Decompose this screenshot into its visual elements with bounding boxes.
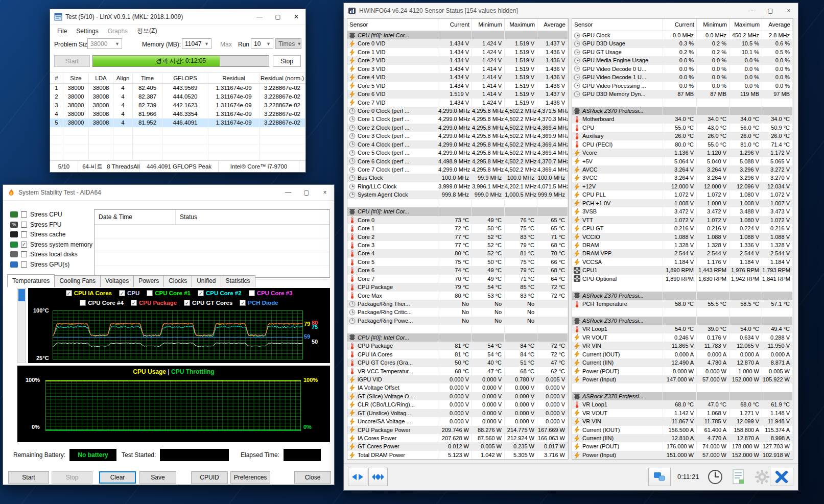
- sensor-row[interactable]: CPU Package79 °C54 °C85 °C72 °C: [347, 283, 568, 291]
- sensor-row[interactable]: Core 5 Clock (perf ...4,299.0 MHz4,295.8…: [347, 149, 568, 157]
- sensor-row[interactable]: Core 674 °C49 °C79 °C68 °C: [347, 266, 568, 274]
- sensor-row[interactable]: Power (POUT)176.000 W74.000 W178.000 W12…: [572, 442, 793, 450]
- sensor-row[interactable]: VR Loop168.0 °C47.0 °C68.0 °C61.9 °C: [572, 400, 793, 409]
- sensor-row[interactable]: Core 5 VID1.434 V1.414 V1.519 V1.436 V: [347, 82, 568, 90]
- linx-start-button[interactable]: Start: [54, 55, 90, 67]
- tab-powers[interactable]: Powers: [133, 275, 164, 287]
- tab-temperatures[interactable]: Temperatures: [7, 274, 55, 287]
- sensor-layout-button[interactable]: [648, 468, 671, 486]
- legend-checkbox[interactable]: [147, 290, 153, 296]
- sensor-row[interactable]: Core 6 Clock (perf ...4,498.9 MHz4,295.8…: [347, 157, 568, 165]
- linx-close-button[interactable]: ×: [287, 9, 305, 25]
- sensor-row[interactable]: Core 770 °C49 °C71 °C64 °C: [347, 275, 568, 283]
- stress-checkbox[interactable]: [21, 261, 27, 268]
- tab-unified[interactable]: Unified: [192, 275, 221, 287]
- linx-col-header[interactable]: Residual: [208, 73, 260, 83]
- sensor-row[interactable]: Auxiliary26.0 °C26.0 °C26.0 °C26.0 °C: [572, 132, 793, 140]
- sensor-row[interactable]: GPU Clock0.0 MHz0.0 MHz450.2 MHz2.8 MHz: [572, 31, 793, 39]
- sensor-row[interactable]: Core 1 VID1.434 V1.424 V1.519 V1.436 V: [347, 48, 568, 56]
- table-row[interactable]: 13800038008482.405443.95691.311674e-093.…: [50, 84, 305, 92]
- sensor-row[interactable]: Total DRAM Power5.123 W1.042 W5.305 W3.7…: [347, 451, 568, 459]
- sensor-row[interactable]: Core 4 VID1.434 V1.414 V1.519 V1.436 V: [347, 73, 568, 81]
- start-button[interactable]: Start: [8, 471, 49, 484]
- sensor-row[interactable]: GT (Slice) Voltage O...0.000 V0.000 V0.0…: [347, 392, 568, 400]
- sensor-row[interactable]: Core 073 °C49 °C76 °C65 °C: [347, 216, 568, 224]
- sensor-row[interactable]: VR Loop154.0 °C39.0 °C54.0 °C49.4 °C: [572, 325, 793, 333]
- sensor-row[interactable]: Core 2 VID1.434 V1.424 V1.519 V1.436 V: [347, 56, 568, 64]
- sensor-row[interactable]: Core 480 °C52 °C81 °C70 °C: [347, 249, 568, 257]
- log-col-status[interactable]: Status: [176, 210, 329, 224]
- nav-double-arrows-button[interactable]: [368, 468, 388, 486]
- sensor-row[interactable]: GPU D3D Usage0.3 %0.2 %10.5 %0.6 %: [572, 39, 793, 47]
- sensor-row[interactable]: CPU PLL1.072 V1.072 V1.080 V1.072 V: [572, 190, 793, 199]
- sensor-row[interactable]: Core 4 Clock (perf ...4,299.0 MHz4,295.8…: [347, 140, 568, 149]
- sensor-row[interactable]: System Agent Clock999.8 MHz999.0 MHz1,00…: [347, 190, 568, 199]
- sensor-row[interactable]: Core 377 °C52 °C79 °C68 °C: [347, 241, 568, 249]
- sensor-row[interactable]: Core 1 Clock (perf ...4,299.0 MHz4,295.8…: [347, 115, 568, 123]
- sensor-row[interactable]: Core 277 °C52 °C83 °C71 °C: [347, 233, 568, 241]
- legend-checkbox[interactable]: [249, 290, 255, 296]
- sensor-row[interactable]: CPU (PECI)80.0 °C55.0 °C81.0 °C71.4 °C: [572, 140, 793, 149]
- sensor-row[interactable]: Core 0 Clock (perf ...4,299.0 MHz4,295.8…: [347, 107, 568, 115]
- sensor-row[interactable]: 3VSB3.472 V3.472 V3.488 V3.473 V: [572, 207, 793, 215]
- sensor-row[interactable]: DRAM1.328 V1.328 V1.336 V1.328 V: [572, 241, 793, 249]
- table-row[interactable]: 43800038008481.966446.33541.311674e-093.…: [50, 110, 305, 118]
- sensor-row[interactable]: CPU Package Power209.746 W88.276 W214.77…: [347, 426, 568, 434]
- aida-minimize-button[interactable]: —: [279, 185, 297, 200]
- stress-checkbox[interactable]: [21, 211, 27, 218]
- sensor-row[interactable]: Current (IOUT)156.500 A61.400 A158.800 A…: [572, 426, 793, 434]
- sensor-row[interactable]: VR VIN11.867 V11.785 V12.099 V11.948 V: [572, 417, 793, 425]
- linx-minimize-button[interactable]: —: [250, 9, 269, 25]
- tab-voltages[interactable]: Voltages: [100, 275, 134, 287]
- sensor-row[interactable]: CLR (CBo/LLC/Ring)...0.000 V0.000 V0.000…: [347, 400, 568, 409]
- problem-size-combo[interactable]: 38000▼: [87, 38, 122, 49]
- linx-col-header[interactable]: Align: [113, 73, 133, 83]
- tab-statistics[interactable]: Statistics: [221, 275, 255, 287]
- sensor-row[interactable]: GPU Media Engine Usage0.0 %0.0 %0.0 %0.0…: [572, 56, 793, 64]
- stress-checkbox[interactable]: ✓: [21, 242, 27, 248]
- sensor-row[interactable]: Ring/LLC Clock3,999.0 MHz3,996.1 MHz4,20…: [347, 182, 568, 190]
- table-row[interactable]: 33800038008482.739442.16231.311674e-093.…: [50, 101, 305, 110]
- linx-menu-z[interactable]: 정보(Z): [133, 26, 161, 36]
- sensor-row[interactable]: PCH +1.0V1.008 V1.000 V1.008 V1.007 V: [572, 199, 793, 207]
- sensor-row[interactable]: VR VCC Temperatur...68 °C47 °C68 °C62 °C: [347, 367, 568, 375]
- stress-checkbox[interactable]: [21, 222, 27, 228]
- aida-maximize-button[interactable]: ▢: [297, 185, 316, 200]
- sensor-row[interactable]: DRAM VPP2.544 V2.544 V2.544 V2.544 V: [572, 249, 793, 257]
- sensor-row[interactable]: VR VOUT1.142 V1.068 V1.271 V1.148 V: [572, 409, 793, 417]
- legend-checkbox[interactable]: ✓: [198, 290, 204, 296]
- linx-menu-file[interactable]: File: [53, 27, 71, 36]
- sensor-row[interactable]: AVCC3.264 V3.264 V3.296 V3.272 V: [572, 165, 793, 174]
- sensor-row[interactable]: GPU D3D Memory Dyn...87 MB87 MB119 MB97 …: [572, 90, 793, 98]
- sensor-row[interactable]: IA Voltage Offset0.000 V0.000 V0.000 V0.…: [347, 383, 568, 392]
- sensor-row[interactable]: Current (IOUT)0.000 A0.000 A0.000 A0.000…: [572, 350, 793, 358]
- linx-col-header[interactable]: LDA: [89, 73, 113, 83]
- sensor-row[interactable]: Package/Ring Ther...NoNoNo: [347, 300, 568, 308]
- linx-col-header[interactable]: GFLOPS: [162, 73, 208, 83]
- sensor-row[interactable]: VR VIN11.865 V11.783 V12.065 V11.950 V: [572, 342, 793, 350]
- sensor-row[interactable]: GPU Video Processing ...0.0 %0.0 %0.0 %0…: [572, 82, 793, 90]
- hwinfo-maximize-button[interactable]: ▢: [761, 3, 780, 18]
- sensor-row[interactable]: Core 6 VID1.519 V1.414 V1.519 V1.437 V: [347, 90, 568, 98]
- sensor-row[interactable]: +5V5.064 V5.040 V5.088 V5.065 V: [572, 157, 793, 165]
- aida-close-button[interactable]: ×: [316, 185, 334, 200]
- sensor-row[interactable]: Core 0 VID1.434 V1.424 V1.519 V1.437 V: [347, 39, 568, 47]
- linx-stop-button[interactable]: Stop: [273, 55, 301, 67]
- sensor-row[interactable]: Power (Input)151.000 W57.000 W152.000 W1…: [572, 451, 793, 459]
- sensor-row[interactable]: Current (IIN)12.490 A4.780 A12.870 A8.87…: [572, 358, 793, 367]
- close-button[interactable]: Close: [294, 471, 331, 484]
- sensor-row[interactable]: GT Cores Power0.012 W0.005 W0.235 W0.017…: [347, 442, 568, 450]
- sensor-row[interactable]: IA Cores Power207.628 W87.560 W212.924 W…: [347, 434, 568, 442]
- memory-combo[interactable]: 11047▼: [182, 38, 211, 49]
- tab-cooling-fans[interactable]: Cooling Fans: [54, 275, 101, 287]
- tab-clocks[interactable]: Clocks: [163, 275, 192, 287]
- stop-button[interactable]: Stop: [52, 471, 92, 484]
- legend-checkbox[interactable]: ✓: [240, 300, 246, 306]
- nav-arrows-button[interactable]: [348, 468, 367, 486]
- logging-button[interactable]: [728, 468, 749, 486]
- sensor-row[interactable]: GT (Unslice) Voltag...0.000 V0.000 V0.00…: [347, 409, 568, 417]
- linx-col-header[interactable]: Residual (norm.): [260, 73, 305, 83]
- legend-checkbox[interactable]: ✓: [119, 290, 125, 296]
- sensor-row[interactable]: CPU GT0.216 V0.216 V0.224 V0.216 V: [572, 224, 793, 232]
- sensor-row[interactable]: PCH Temperature58.0 °C55.5 °C58.5 °C57.1…: [572, 300, 793, 308]
